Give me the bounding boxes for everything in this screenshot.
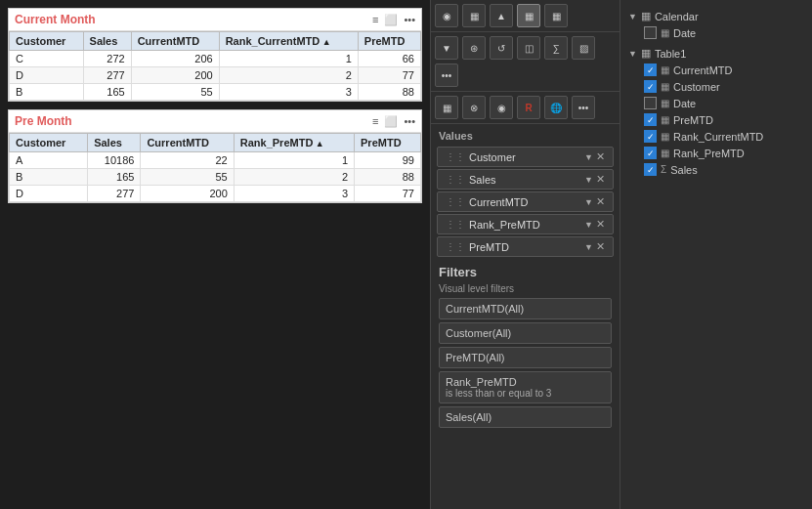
tool-r[interactable]: R (517, 96, 540, 119)
tool-analytics[interactable]: ⊛ (462, 36, 486, 60)
tree-item[interactable]: ✓ ▦ Rank_PreMTD (624, 145, 808, 161)
tree-item[interactable]: ✓ ▦ CurrentMTD (624, 62, 808, 78)
col-customer[interactable]: Customer (10, 32, 84, 51)
tree-item[interactable]: ✓ ▦ PreMTD (624, 111, 808, 128)
filter-item[interactable]: PreMTD(All) (439, 347, 612, 368)
col-rank-currentmtd[interactable]: Rank_CurrentMTD (219, 32, 358, 51)
close-icon[interactable]: ✕ (596, 240, 605, 253)
col2-sales[interactable]: Sales (88, 134, 141, 152)
equals-icon2[interactable]: ≡ (372, 115, 378, 128)
col-sales[interactable]: Sales (83, 32, 131, 51)
field-label: ⋮⋮ Sales (446, 174, 496, 186)
tree-item[interactable]: ✓ ▦ Customer (624, 78, 808, 95)
middle-panel: ◉ ▦ ▲ ▦ ▦ ▼ ⊛ ↺ ◫ ∑ ▨ ••• ▦ ⊗ ◉ R 🌐 ••• … (430, 0, 620, 509)
tree-group-header[interactable]: ▼ ▦ Calendar (624, 8, 808, 24)
col2-currentmtd[interactable]: CurrentMTD (141, 134, 234, 152)
field-item[interactable]: ⋮⋮ Rank_PreMTD ▼ ✕ (437, 214, 614, 234)
close-icon[interactable]: ✕ (596, 218, 605, 231)
chevron-icon[interactable]: ▼ (584, 242, 593, 252)
chevron-icon[interactable]: ▼ (584, 220, 593, 230)
values-label: Values (431, 124, 620, 145)
tree-checkbox[interactable]: ✓ (644, 147, 657, 159)
right-panel: ▼ ▦ Calendar ▦ Date ▼ ▦ Table1 ✓ ▦ Curre… (620, 0, 812, 509)
chevron-icon[interactable]: ▼ (584, 152, 593, 162)
tree-item-label: CurrentMTD (673, 64, 733, 76)
filter-item[interactable]: Rank_PreMTDis less than or equal to 3 (439, 371, 612, 403)
tree-item-label: PreMTD (673, 114, 713, 126)
tree-checkbox[interactable] (644, 97, 657, 109)
col2-premtd[interactable]: PreMTD (355, 134, 421, 152)
tool-more3[interactable]: ••• (572, 96, 595, 119)
tool-table[interactable]: ▦ (517, 4, 540, 27)
tree-group-header[interactable]: ▼ ▦ Table1 (624, 45, 808, 62)
field-item[interactable]: ⋮⋮ PreMTD ▼ ✕ (437, 236, 614, 257)
equals-icon[interactable]: ≡ (372, 14, 378, 26)
field-item[interactable]: ⋮⋮ CurrentMTD ▼ ✕ (437, 191, 614, 212)
filters-section: Filters Visual level filters CurrentMTD(… (431, 259, 620, 437)
field-item[interactable]: ⋮⋮ Customer ▼ ✕ (437, 147, 614, 167)
col2-rank-premtd[interactable]: Rank_PreMTD (234, 134, 354, 152)
filter-line1: Rank_PreMTD (446, 376, 605, 388)
expand-icon[interactable]: ⬜ (384, 14, 398, 26)
table-row: D277200277 (10, 67, 421, 84)
tree-checkbox[interactable]: ✓ (644, 113, 657, 126)
tool-filter[interactable]: ▼ (435, 36, 458, 60)
current-month-title: Current Month (15, 13, 96, 26)
expand-icon2[interactable]: ⬜ (384, 115, 398, 128)
filter-item[interactable]: Sales(All) (439, 406, 612, 428)
tree-container: ▼ ▦ Calendar ▦ Date ▼ ▦ Table1 ✓ ▦ Curre… (624, 8, 808, 178)
tool-refresh[interactable]: ↺ (490, 36, 513, 60)
tree-group-label: Table1 (655, 48, 686, 60)
tool-matrix[interactable]: ▦ (544, 4, 568, 27)
chevron-icon[interactable]: ▼ (584, 197, 593, 207)
drag-icon: ⋮⋮ (446, 241, 465, 252)
col-premtd[interactable]: PreMTD (358, 32, 420, 51)
pre-month-icons: ≡ ⬜ ••• (372, 115, 415, 128)
tree-item[interactable]: ▦ Date (624, 95, 808, 111)
more-icon2[interactable]: ••• (404, 115, 415, 128)
tool-pie[interactable]: ◉ (435, 4, 458, 27)
field-icons: ▼ ✕ (584, 150, 605, 163)
tree-group: ▼ ▦ Calendar ▦ Date (624, 8, 808, 41)
tree-item-label: Sales (670, 164, 698, 176)
tree-item[interactable]: ✓ Σ Sales (624, 161, 808, 178)
filter-item[interactable]: Customer(All) (439, 322, 612, 344)
tool-copy[interactable]: ◫ (517, 36, 540, 60)
filters-sublabel: Visual level filters (439, 283, 612, 294)
current-month-header: Current Month ≡ ⬜ ••• (9, 9, 421, 31)
tree-checkbox[interactable]: ✓ (644, 80, 657, 93)
tree-item[interactable]: ▦ Date (624, 24, 808, 41)
tree-checkbox[interactable]: ✓ (644, 64, 657, 76)
fields-container: ⋮⋮ Customer ▼ ✕ ⋮⋮ Sales ▼ ✕ ⋮⋮ CurrentM… (431, 145, 620, 259)
drag-icon: ⋮⋮ (446, 151, 465, 162)
field-label: ⋮⋮ PreMTD (446, 241, 509, 253)
field-type-icon: ▦ (661, 81, 669, 92)
chevron-icon[interactable]: ▼ (584, 175, 593, 185)
col2-customer[interactable]: Customer (10, 134, 88, 152)
col-currentmtd[interactable]: CurrentMTD (131, 32, 219, 51)
tool-circle[interactable]: ◉ (490, 96, 513, 119)
close-icon[interactable]: ✕ (596, 195, 605, 208)
field-type-icon: ▦ (661, 64, 669, 75)
table-row: B16555388 (10, 84, 421, 101)
tool-globe[interactable]: 🌐 (544, 96, 568, 119)
field-icons: ▼ ✕ (584, 218, 605, 231)
more-icon[interactable]: ••• (404, 14, 415, 26)
tool-grid[interactable]: ▨ (572, 36, 595, 60)
tree-item-label: Rank_CurrentMTD (673, 131, 763, 143)
tree-checkbox[interactable]: ✓ (644, 163, 657, 176)
tool-sum[interactable]: ∑ (544, 36, 568, 60)
pre-month-card: Pre Month ≡ ⬜ ••• Customer Sales Current… (8, 109, 422, 203)
close-icon[interactable]: ✕ (596, 150, 605, 163)
tree-checkbox[interactable] (644, 26, 657, 39)
tool-format[interactable]: ▦ (435, 96, 458, 119)
filter-item[interactable]: CurrentMTD(All) (439, 298, 612, 319)
close-icon[interactable]: ✕ (596, 173, 605, 186)
tree-checkbox[interactable]: ✓ (644, 130, 657, 143)
tree-item[interactable]: ✓ ▦ Rank_CurrentMTD (624, 128, 808, 145)
tool-line[interactable]: ▲ (490, 4, 513, 27)
tool-paintbucket[interactable]: ⊗ (462, 96, 486, 119)
field-item[interactable]: ⋮⋮ Sales ▼ ✕ (437, 169, 614, 190)
tool-more2[interactable]: ••• (435, 64, 458, 87)
tool-bar[interactable]: ▦ (462, 4, 486, 27)
